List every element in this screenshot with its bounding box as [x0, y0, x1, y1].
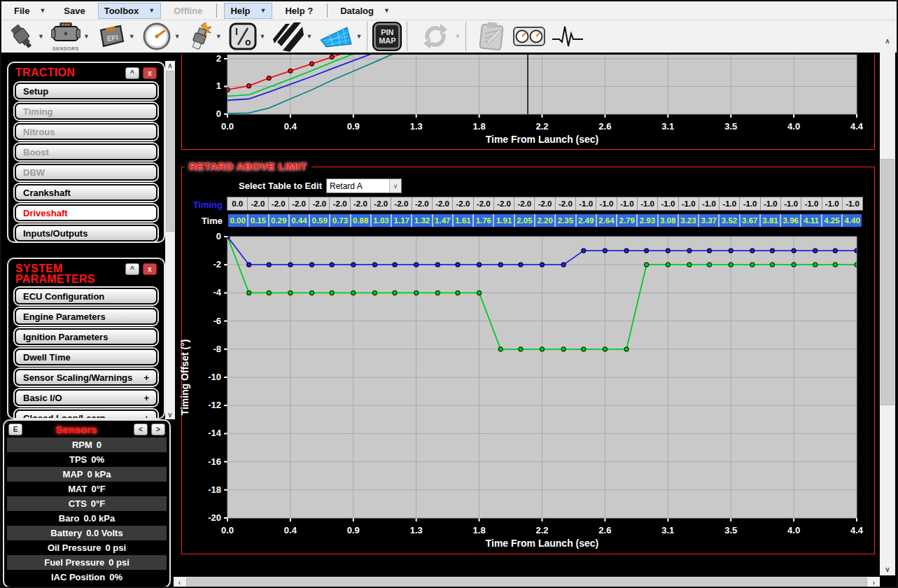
dropdown-arrow-icon[interactable]: ▼ — [38, 33, 44, 40]
chevron-down-icon[interactable]: ∨ — [389, 179, 401, 192]
menu-datalog[interactable]: Datalog▼ — [335, 3, 395, 19]
close-button[interactable]: x — [143, 263, 157, 275]
sensors-tool[interactable]: SENSORS ▼ — [51, 22, 90, 51]
time-cell[interactable]: 2.49 — [577, 214, 597, 227]
timing-cell[interactable]: -1.0 — [638, 197, 658, 210]
time-cell[interactable]: 3.23 — [679, 214, 699, 227]
time-cell[interactable]: 0.00 — [228, 214, 248, 227]
scroll-up-arrow-icon[interactable]: ∧ — [880, 35, 895, 47]
datalog-pulse-tool[interactable] — [552, 24, 583, 49]
sysparam-button-dwell-time[interactable]: Dwell Time — [15, 349, 157, 365]
time-cell[interactable]: 2.93 — [638, 214, 658, 227]
menu-dropdown-arrow-icon[interactable]: ▼ — [260, 7, 267, 14]
time-cell[interactable]: 3.96 — [781, 214, 801, 227]
timing-cell[interactable]: -1.0 — [761, 197, 781, 210]
time-cell[interactable]: 2.79 — [617, 214, 638, 227]
menu-dropdown-arrow-icon[interactable]: ▼ — [39, 7, 45, 14]
scrollbar-thumb[interactable] — [166, 71, 174, 232]
gauge-tool[interactable]: ▼ — [142, 22, 181, 51]
time-cell[interactable]: 0.44 — [290, 214, 310, 227]
time-cell[interactable]: 1.61 — [454, 214, 474, 227]
timing-cell[interactable]: -1.0 — [781, 197, 801, 210]
sysparam-button-sensor-scaling-warnings[interactable]: Sensor Scaling/Warnings+ — [15, 369, 157, 386]
timing-cell[interactable]: -1.0 — [576, 197, 596, 210]
time-cell[interactable]: 3.67 — [741, 214, 761, 227]
time-cell[interactable]: 2.20 — [535, 214, 556, 227]
sysparam-button-engine-parameters[interactable]: Engine Parameters — [15, 308, 157, 325]
dropdown-arrow-icon[interactable]: ▼ — [216, 33, 222, 40]
sysparam-button-ignition-parameters[interactable]: Ignition Parameters — [15, 328, 157, 345]
close-button[interactable]: x — [143, 67, 157, 79]
time-cell[interactable]: 1.47 — [433, 214, 454, 227]
scrollbar-thumb[interactable] — [186, 578, 867, 587]
menu-dropdown-arrow-icon[interactable]: ▼ — [384, 7, 390, 14]
edit-button[interactable]: E — [8, 424, 22, 435]
timing-cell[interactable]: -1.0 — [679, 197, 699, 210]
timing-cell[interactable]: -2.0 — [535, 197, 555, 210]
sidebar-scrollbar[interactable]: ∧ ∨ — [165, 61, 175, 419]
horizontal-scrollbar[interactable]: ‹ › — [174, 577, 880, 588]
timing-cell[interactable]: -1.0 — [843, 197, 863, 210]
traction-button-crankshaft[interactable]: Crankshaft — [15, 184, 157, 201]
time-cell[interactable]: 1.91 — [494, 214, 514, 227]
fuel-injector-tool[interactable]: ▼ — [8, 22, 44, 51]
time-cell[interactable]: 1.03 — [372, 214, 392, 227]
pin-map-button[interactable]: PIN MAP — [372, 22, 402, 51]
menu-dropdown-arrow-icon[interactable]: ▼ — [148, 7, 155, 14]
timing-cell[interactable]: -2.0 — [269, 197, 289, 210]
timing-cell[interactable]: -2.0 — [289, 197, 309, 210]
scroll-up-arrow-icon[interactable]: ∧ — [165, 61, 175, 70]
scroll-right-arrow-icon[interactable]: › — [868, 577, 880, 588]
timing-cell[interactable]: -1.0 — [822, 197, 843, 210]
traction-button-driveshaft[interactable]: Driveshaft — [15, 204, 157, 221]
time-cell[interactable]: 4.25 — [822, 214, 843, 227]
scrollbar-thumb[interactable] — [881, 159, 895, 405]
menu-file[interactable]: File▼ — [8, 3, 51, 19]
time-cell[interactable]: 1.17 — [392, 214, 412, 227]
efi-module-tool[interactable]: EFI ▼ — [97, 23, 135, 50]
time-cell[interactable]: 2.64 — [597, 214, 617, 227]
timing-cell[interactable]: -2.0 — [248, 197, 268, 210]
sysparam-button-basic-i-o[interactable]: Basic I/O+ — [15, 389, 157, 406]
timing-cell[interactable]: -2.0 — [556, 197, 576, 210]
menu-toolbox[interactable]: Toolbox▼ — [98, 3, 162, 19]
time-cell[interactable]: 0.29 — [269, 214, 290, 227]
dropdown-arrow-icon[interactable]: ▼ — [260, 33, 266, 40]
time-cell[interactable]: 0.73 — [330, 214, 351, 227]
timing-cell[interactable]: -2.0 — [453, 197, 473, 210]
dropdown-arrow-icon[interactable]: ▼ — [307, 33, 313, 40]
scroll-left-arrow-icon[interactable]: ‹ — [174, 577, 185, 588]
next-page-button[interactable]: > — [151, 424, 165, 435]
traction-tool[interactable]: ▼ — [273, 21, 313, 52]
vertical-scrollbar[interactable]: ∧ ∨ — [880, 35, 895, 575]
timing-cell[interactable]: -1.0 — [801, 197, 822, 210]
time-cell[interactable]: 2.05 — [515, 214, 535, 227]
timing-cell[interactable]: -2.0 — [433, 197, 453, 210]
timing-cell[interactable]: -1.0 — [740, 197, 760, 210]
table-select-dropdown[interactable]: Retard A ∨ — [326, 178, 402, 193]
timing-cell[interactable]: -2.0 — [309, 197, 330, 210]
timing-cell[interactable]: -2.0 — [474, 197, 494, 210]
menu-save[interactable]: Save — [58, 3, 90, 19]
time-cell[interactable]: 3.37 — [699, 214, 720, 227]
menu-help-?[interactable]: Help ? — [279, 3, 318, 19]
io-tool[interactable]: I o ▼ — [229, 22, 266, 50]
time-cell[interactable]: 4.11 — [801, 214, 822, 227]
time-cell[interactable]: 4.40 — [843, 214, 862, 227]
time-cell[interactable]: 1.76 — [474, 214, 494, 227]
table-3d-tool[interactable]: ▼ — [319, 24, 362, 48]
time-cell[interactable]: 0.88 — [351, 214, 372, 227]
timing-cell[interactable]: -2.0 — [351, 197, 371, 210]
timing-cell[interactable]: -1.0 — [658, 197, 678, 210]
time-cell[interactable]: 1.32 — [412, 214, 433, 227]
spark-plug-tool[interactable]: ▼ — [188, 22, 222, 51]
traction-button-setup[interactable]: Setup — [15, 83, 157, 99]
driveshaft-limit-chart[interactable]: 0.00.40.91.31.82.22.63.13.54.04.4012Time… — [176, 55, 880, 146]
timing-cell[interactable]: -2.0 — [391, 197, 412, 210]
time-cell[interactable]: 3.52 — [720, 214, 740, 227]
timing-cell[interactable]: -1.0 — [699, 197, 720, 210]
sysparam-button-closed-loop-learn[interactable]: Closed Loop/Learn+ — [15, 410, 157, 419]
time-cell[interactable]: 3.08 — [659, 214, 679, 227]
sysparam-button-ecu-configuration[interactable]: ECU Configuration — [15, 288, 157, 304]
timing-cell[interactable]: -1.0 — [617, 197, 638, 210]
